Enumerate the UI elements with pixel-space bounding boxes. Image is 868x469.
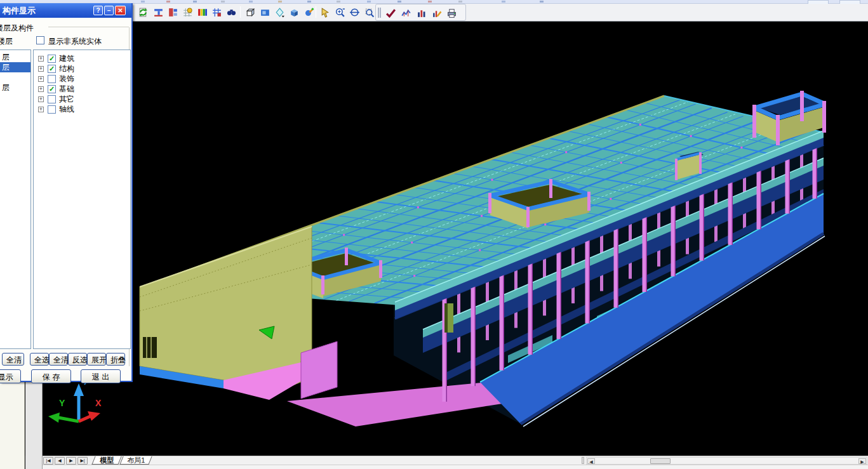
toolbar-grip[interactable] [378,8,379,18]
toolbar-separator [240,6,241,18]
scroll-right-icon[interactable]: ▶ [858,458,866,464]
group-box-border [48,27,129,27]
collapse-button[interactable]: 折叠 [106,353,125,366]
grid-select-icon[interactable] [210,5,224,19]
tab-model[interactable]: 模型 [91,456,121,465]
tab-layout1[interactable]: 布局1 [119,456,152,465]
clear-all-button[interactable]: 全清 [49,353,68,366]
floor-label: 楼层 [0,36,13,47]
close-button[interactable]: ✕ [115,6,126,15]
tree-node-label: 结构 [59,63,74,74]
tab-first-button[interactable]: |◀ [43,457,53,465]
dialog-title: 构件显示 [3,6,36,15]
window-button-stub[interactable] [839,0,860,4]
tree-checkbox[interactable]: ✓ [48,55,56,63]
toolbar-separator [316,6,316,18]
zoom-window-icon[interactable] [362,5,376,19]
tree-checkbox[interactable]: ✓ [48,65,56,73]
tree-node-label: 装饰 [59,74,74,84]
light-grid-icon[interactable] [180,5,194,19]
expand-icon[interactable]: + [38,66,44,72]
pile-foundation-icon[interactable] [151,5,165,19]
tree-checkbox[interactable] [48,75,56,83]
bar-edit-icon[interactable] [429,6,443,20]
exit-button[interactable]: 退 出 [81,369,121,383]
expand-icon[interactable]: + [38,107,44,112]
status-bar-sliver [43,465,868,469]
tree-node-label: 建筑 [59,53,74,64]
expand-icon[interactable]: + [38,76,44,82]
tree-checkbox[interactable] [48,95,56,103]
zoom-extents-icon[interactable] [347,5,361,19]
floor-list-item[interactable] [0,72,30,83]
select-hand-icon[interactable] [318,5,332,19]
tab-last-button[interactable]: ▶| [77,457,88,465]
panel-icon[interactable] [258,5,272,19]
tree-node-other[interactable]: +其它 [34,94,130,104]
tree-node-architecture[interactable]: +✓建筑 [34,53,130,63]
chart-toolbar [375,4,466,21]
tree-node-axis[interactable]: +轴线 [34,104,130,114]
tree-node-label: 其它 [59,94,74,105]
group-box-title: 楼层及构件 [0,23,34,34]
tree-node-structure[interactable]: +✓结构 [34,63,130,74]
scrollbar-thumb[interactable] [650,458,671,464]
nonsystem-checkbox-label: 显示非系统实体 [48,36,102,47]
minimize-button[interactable]: – [104,6,114,15]
line-chart-icon[interactable] [399,6,413,20]
nonsystem-checkbox[interactable] [36,36,44,44]
floor-list-item[interactable]: 层 [0,52,30,62]
tab-prev-button[interactable]: ◀ [55,457,65,465]
tab-next-button[interactable]: ▶ [66,457,76,465]
tree-node-label: 轴线 [59,104,74,115]
tree-checkbox[interactable] [48,105,56,114]
material-icon[interactable] [272,5,286,19]
tree-node-foundation[interactable]: +✓基础 [34,84,130,94]
expand-icon[interactable]: + [38,56,44,62]
refresh-icon[interactable] [136,5,150,19]
floor-list-item-selected[interactable]: 层 [0,62,30,72]
cube-icon[interactable] [287,5,301,19]
expand-icon[interactable]: + [38,86,44,92]
select-all-button[interactable]: 全选 [30,353,49,366]
bottom-bar: |◀ ◀ ▶ ▶| 模型 布局1 ◀ ▶ [43,456,868,465]
render-icon[interactable] [302,5,316,19]
find-icon[interactable] [224,5,238,19]
view-3d-icon[interactable] [243,5,257,19]
window-button-stub[interactable] [808,0,829,4]
expand-button[interactable]: 展开 [87,353,106,366]
zoom-in-out-icon[interactable] [333,5,347,19]
tree-node-label: 基础 [59,84,74,95]
clear-all-button-left[interactable]: 全清 [2,353,24,366]
color-bars-icon[interactable] [195,5,209,19]
component-icon[interactable] [166,5,180,19]
component-tree[interactable]: +✓建筑 +✓结构 +装饰 +✓基础 +其它 +轴线 [33,50,131,349]
apply-check-icon[interactable] [384,6,397,20]
print-icon[interactable] [444,6,458,20]
help-button[interactable]: ? [93,6,103,15]
tree-node-decoration[interactable]: +装饰 [34,74,130,84]
horizontal-scrollbar[interactable]: ◀ ▶ [586,457,867,465]
save-button[interactable]: 保 存 [31,369,71,383]
application-window: Y X [0,0,868,469]
tree-checkbox[interactable]: ✓ [48,85,56,93]
floor-list-item[interactable]: 层 [0,83,30,93]
invert-selection-button[interactable]: 反选 [68,353,87,366]
bar-chart-icon[interactable] [414,6,428,20]
expand-icon[interactable]: + [38,96,44,102]
floor-listbox[interactable]: 层 层 层 [0,50,31,349]
scroll-left-icon[interactable]: ◀ [587,458,595,464]
component-display-dialog: 构件显示 ? – ✕ 楼层及构件 楼层 显示非系统实体 层 层 层 +✓建筑 +… [0,3,133,382]
display-button[interactable]: 显示 [0,369,21,383]
scrollbar-splitter[interactable] [582,457,584,464]
